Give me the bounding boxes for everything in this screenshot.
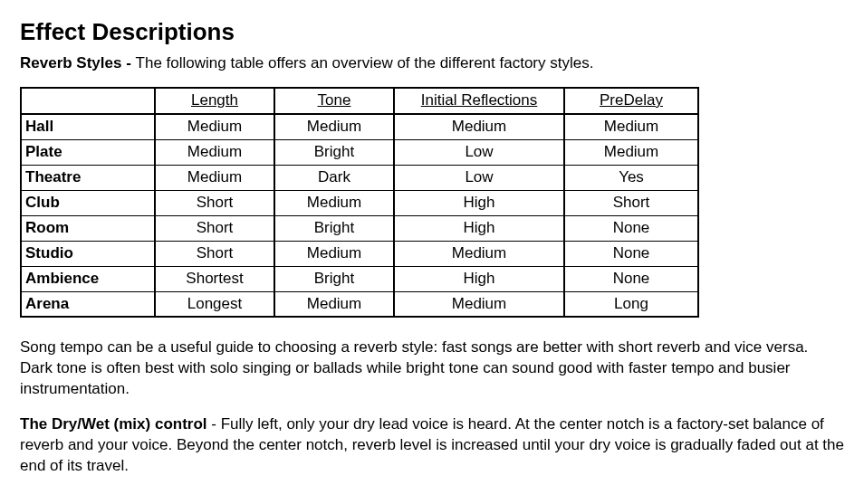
cell-ir: Low: [394, 139, 564, 165]
cell-length: Short: [155, 215, 274, 241]
cell-tone: Medium: [274, 291, 394, 317]
cell-length: Longest: [155, 291, 274, 317]
cell-pd: None: [564, 266, 698, 291]
cell-tone: Medium: [274, 241, 394, 266]
cell-pd: None: [564, 215, 698, 241]
cell-tone: Bright: [274, 215, 394, 241]
cell-ir: Medium: [394, 241, 564, 266]
col-header-initial-reflections: Initial Reflections: [394, 88, 564, 114]
col-header-tone: Tone: [274, 88, 394, 114]
table-row: HallMediumMediumMediumMedium: [21, 114, 698, 139]
cell-pd: Short: [564, 190, 698, 215]
cell-length: Short: [155, 190, 274, 215]
cell-pd: Yes: [564, 165, 698, 190]
cell-length: Medium: [155, 114, 274, 139]
table-row: RoomShortBrightHighNone: [21, 215, 698, 241]
cell-tone: Dark: [274, 165, 394, 190]
style-name-cell: Plate: [21, 139, 155, 165]
table-header-row: Length Tone Initial Reflections PreDelay: [21, 88, 698, 114]
drywet-paragraph: The Dry/Wet (mix) control - Fully left, …: [20, 414, 844, 477]
drywet-lead: The Dry/Wet (mix) control: [20, 415, 207, 433]
tempo-paragraph: Song tempo can be a useful guide to choo…: [20, 338, 844, 400]
cell-length: Medium: [155, 165, 274, 190]
cell-tone: Bright: [274, 139, 394, 165]
cell-ir: Low: [394, 165, 564, 190]
cell-tone: Medium: [274, 190, 394, 215]
cell-tone: Medium: [274, 114, 394, 139]
col-header-predelay: PreDelay: [564, 88, 698, 114]
style-name-cell: Arena: [21, 291, 155, 317]
style-name-cell: Hall: [21, 114, 155, 139]
cell-ir: Medium: [394, 114, 564, 139]
intro-lead: Reverb Styles -: [20, 54, 136, 71]
table-row: PlateMediumBrightLowMedium: [21, 139, 698, 165]
table-row: ArenaLongestMediumMediumLong: [21, 291, 698, 317]
cell-tone: Bright: [274, 266, 394, 291]
cell-length: Short: [155, 241, 274, 266]
cell-pd: Medium: [564, 139, 698, 165]
cell-pd: Medium: [564, 114, 698, 139]
style-name-cell: Room: [21, 215, 155, 241]
intro-text: The following table offers an overview o…: [136, 54, 594, 71]
cell-ir: Medium: [394, 291, 564, 317]
style-name-cell: Studio: [21, 241, 155, 266]
cell-length: Shortest: [155, 266, 274, 291]
cell-pd: None: [564, 241, 698, 266]
cell-pd: Long: [564, 291, 698, 317]
cell-length: Medium: [155, 139, 274, 165]
style-name-cell: Theatre: [21, 165, 155, 190]
table-row: AmbienceShortestBrightHighNone: [21, 266, 698, 291]
col-header-style: [21, 88, 155, 114]
reverb-styles-table: Length Tone Initial Reflections PreDelay…: [20, 87, 699, 318]
col-header-length: Length: [155, 88, 274, 114]
page-title: Effect Descriptions: [20, 16, 844, 48]
style-name-cell: Ambience: [21, 266, 155, 291]
cell-ir: High: [394, 190, 564, 215]
table-row: StudioShortMediumMediumNone: [21, 241, 698, 266]
table-row: TheatreMediumDarkLowYes: [21, 165, 698, 190]
cell-ir: High: [394, 215, 564, 241]
table-row: ClubShortMediumHighShort: [21, 190, 698, 215]
intro-paragraph: Reverb Styles - The following table offe…: [20, 53, 844, 74]
style-name-cell: Club: [21, 190, 155, 215]
cell-ir: High: [394, 266, 564, 291]
